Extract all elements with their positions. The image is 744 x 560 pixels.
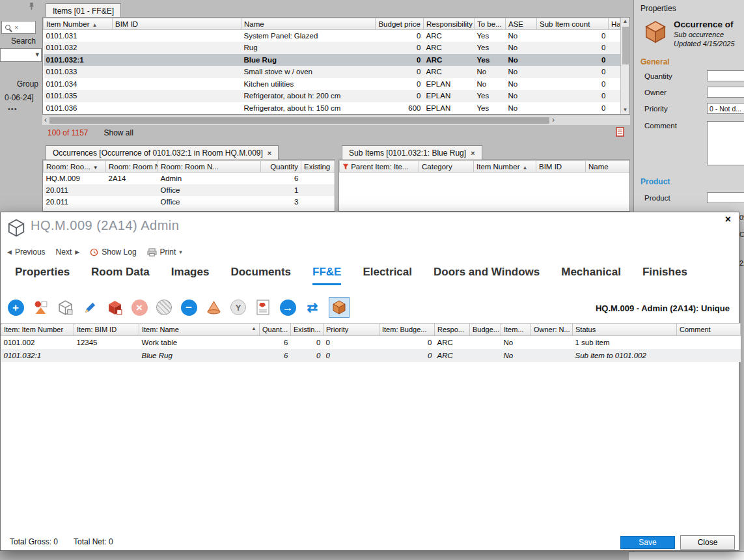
close-tab-icon[interactable]: × xyxy=(471,149,475,157)
close-tab-icon[interactable]: × xyxy=(268,149,271,157)
table-row[interactable]: 0101.032Rug0ARCYesNo0 xyxy=(44,42,620,54)
cone-icon[interactable] xyxy=(205,299,222,316)
col-header-category[interactable]: Category xyxy=(419,161,474,173)
tab-mechanical[interactable]: Mechanical xyxy=(561,266,621,285)
table-row[interactable]: 20.011Office1 xyxy=(44,184,336,196)
col-header-status[interactable]: Status xyxy=(573,324,677,336)
previous-button[interactable]: ◀Previous xyxy=(7,247,46,257)
tab-images[interactable]: Images xyxy=(171,266,210,285)
table-row[interactable]: 0101.033Small stove w / oven0ARCNoNo0 xyxy=(44,66,620,78)
table-row[interactable]: 0101.031System Panel: Glazed0ARCYesNo0 xyxy=(44,30,620,42)
col-header-name[interactable]: Name xyxy=(241,18,376,30)
clear-search-icon[interactable]: × xyxy=(14,24,18,31)
search-box[interactable]: × xyxy=(1,21,36,34)
delete-icon[interactable]: × xyxy=(131,299,148,316)
more-button[interactable]: ••• xyxy=(8,105,18,113)
sync-icon[interactable]: ⇄ xyxy=(304,299,321,316)
vertical-scrollbar[interactable]: ▲ ▼ xyxy=(620,18,629,114)
col-header-item-number[interactable]: Item Number▲ xyxy=(474,161,536,173)
tab-properties[interactable]: Properties xyxy=(15,266,70,285)
col-header-comment[interactable]: Comment xyxy=(677,324,741,336)
scroll-left-icon[interactable]: ‹ xyxy=(44,116,47,124)
col-header-item-number[interactable]: Item: Item Number xyxy=(1,324,74,336)
close-button[interactable]: Close xyxy=(680,535,735,550)
tab-doors-and-windows[interactable]: Doors and Windows xyxy=(434,266,540,285)
table-row[interactable]: 0101.034Kitchen utilities0EPLANNoNo0 xyxy=(44,78,620,91)
filter-dropdown[interactable]: ▾ xyxy=(0,48,42,62)
table-row[interactable]: 0101.032:1 Blue Rug 6 0 0 0 ARC No Sub i… xyxy=(1,349,741,362)
tab-electrical[interactable]: Electrical xyxy=(363,266,412,285)
show-all-link[interactable]: Show all xyxy=(104,128,133,137)
col-header-budget[interactable]: Budge... xyxy=(470,324,501,336)
comment-input[interactable] xyxy=(707,121,744,165)
col-header-item-budget[interactable]: Item: Budge... xyxy=(379,324,435,336)
tab-finishes[interactable]: Finishes xyxy=(642,266,687,285)
split-y-icon[interactable]: Y xyxy=(230,299,247,316)
col-header-parent-item[interactable]: Parent Item: Ite... xyxy=(340,161,419,173)
col-header-item[interactable]: Item... xyxy=(501,324,531,336)
hatched-circle-icon[interactable] xyxy=(156,299,172,316)
col-header-item-number[interactable]: Item Number▲ xyxy=(44,18,113,30)
scrollbar-thumb[interactable] xyxy=(49,117,549,124)
col-header-bim-id[interactable]: BIM ID xyxy=(113,18,241,30)
scroll-right-icon[interactable]: › xyxy=(552,116,555,124)
cube-outline-icon[interactable] xyxy=(57,299,74,316)
print-button[interactable]: Print ▾ xyxy=(147,247,182,257)
col-header-sub-item-count[interactable]: Sub Item count xyxy=(537,18,609,30)
col-header-name[interactable]: Name xyxy=(586,161,631,173)
table-row[interactable]: HQ.M.0092A14Admin6 xyxy=(44,173,336,184)
go-arrow-icon[interactable]: → xyxy=(279,299,296,316)
col-header-bim-id[interactable]: BIM ID xyxy=(536,161,586,173)
report-icon[interactable] xyxy=(616,127,624,139)
tab-documents[interactable]: Documents xyxy=(230,266,291,285)
add-icon[interactable]: + xyxy=(7,299,24,316)
edit-pencil-icon[interactable] xyxy=(81,299,98,316)
quantity-input[interactable] xyxy=(707,70,744,81)
remove-minus-icon[interactable]: − xyxy=(180,299,197,316)
table-row[interactable]: 0101.002 12345 Work table 6 0 0 0 ARC No… xyxy=(1,336,741,349)
scroll-up-icon[interactable]: ▲ xyxy=(621,18,629,25)
col-header-room[interactable]: Room: Roo...▼ xyxy=(44,161,106,173)
table-row[interactable]: 0101.036Refrigerator, about h: 150 cm600… xyxy=(44,102,620,115)
table-row-selected[interactable]: 0101.032:1Blue Rug0ARCYesNo0 xyxy=(44,54,620,66)
col-header-room-n1[interactable]: Room: Room N... xyxy=(106,161,158,173)
table-row[interactable]: 0101.035Refrigerator, about h: 200 cm0EP… xyxy=(44,90,620,102)
section-general[interactable]: General xyxy=(641,57,670,66)
col-header-room-n2[interactable]: Room: Room N... xyxy=(158,161,261,173)
col-header-ha[interactable]: Ha... xyxy=(609,18,620,30)
col-header-responsibility[interactable]: Responsibility xyxy=(424,18,475,30)
pin-icon[interactable] xyxy=(27,1,36,10)
product-box-icon-selected[interactable] xyxy=(329,297,350,318)
tab-subitems[interactable]: Sub Items [0101.032:1: Blue Rug] × xyxy=(342,145,482,160)
col-header-priority[interactable]: Priority xyxy=(324,324,379,336)
scroll-down-icon[interactable]: ▼ xyxy=(621,106,629,114)
product-input[interactable] xyxy=(707,192,744,203)
col-header-owner[interactable]: Owner: N... xyxy=(531,324,573,336)
col-header-to-be[interactable]: To be... xyxy=(475,18,506,30)
tab-room-data[interactable]: Room Data xyxy=(91,266,150,285)
shapes-icon[interactable] xyxy=(32,299,49,316)
col-header-quantity[interactable]: Quant... xyxy=(260,324,291,336)
col-header-existing[interactable]: Existing xyxy=(301,161,336,173)
document-icon[interactable] xyxy=(255,299,271,316)
col-header-name[interactable]: Item: Name▲ xyxy=(139,324,260,336)
scrollbar-thumb[interactable] xyxy=(622,27,629,64)
col-header-ase[interactable]: ASE xyxy=(506,18,537,30)
table-row[interactable]: 20.011Office3 xyxy=(44,196,336,208)
tab-ffe[interactable]: FF&E xyxy=(312,266,341,285)
owner-input[interactable] xyxy=(707,87,744,98)
col-header-budget-price[interactable]: Budget price xyxy=(376,18,424,30)
section-product[interactable]: Product xyxy=(641,177,670,186)
priority-select[interactable]: 0 - Not d... xyxy=(707,103,744,114)
col-header-responsibility[interactable]: Respo... xyxy=(435,324,470,336)
col-header-existing[interactable]: Existin... xyxy=(291,324,324,336)
horizontal-scrollbar[interactable]: ‹ › xyxy=(42,115,630,125)
tab-items[interactable]: Items [01 - FF&E] xyxy=(46,3,121,18)
col-header-bim-id[interactable]: Item: BIM ID xyxy=(74,324,139,336)
filter-icon[interactable]: ▼ xyxy=(93,165,98,171)
close-icon[interactable]: × xyxy=(725,214,731,225)
tab-occurrences[interactable]: Occurrences [Occurrence of 0101.032:1 in… xyxy=(46,145,279,160)
col-header-quantity[interactable]: Quantity xyxy=(261,161,301,173)
red-cube-icon[interactable] xyxy=(106,299,123,316)
save-button[interactable]: Save xyxy=(620,536,675,549)
